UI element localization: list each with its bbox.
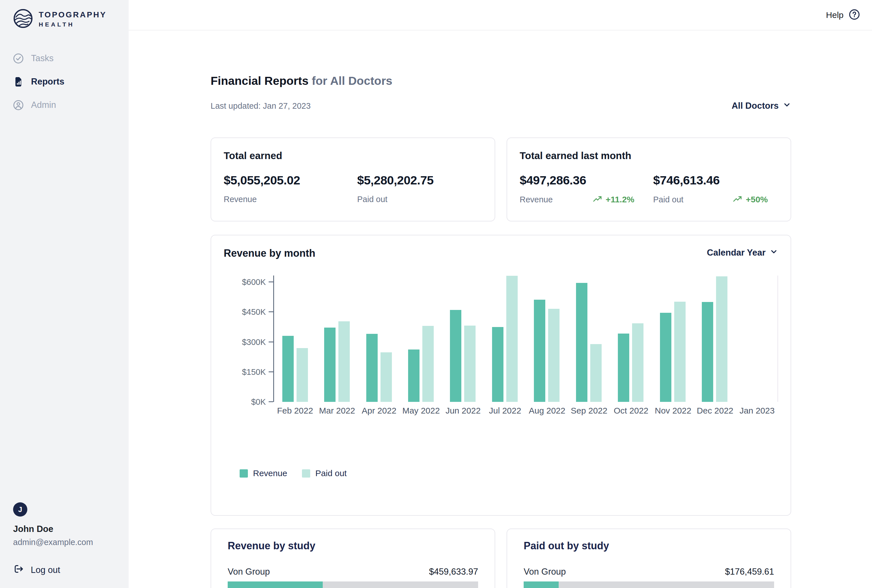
avatar: J (13, 502, 27, 517)
user-email: admin@example.com (13, 538, 129, 547)
revenue-by-study-card: Revenue by study Von Group$459,633.97 (211, 528, 495, 588)
page-title-main: Financial Reports (211, 74, 309, 87)
x-axis-labels: Feb 2022Mar 2022Apr 2022May 2022Jun 2022… (274, 406, 778, 416)
logout-label: Log out (31, 565, 60, 575)
last-month-paidout: $746,613.46 Paid out +50% (653, 173, 778, 204)
total-earned-last-month-title: Total earned last month (520, 150, 778, 161)
revenue-bar (408, 350, 420, 402)
y-axis-tick (269, 371, 273, 372)
revenue-label: Revenue (224, 195, 257, 204)
bar-group-dec-2022 (694, 276, 736, 402)
brand-subname: HEALTH (39, 21, 107, 28)
y-tick-label: $450K (242, 308, 266, 316)
period-filter-value: Calendar Year (707, 248, 766, 258)
y-tick-label: $150K (242, 368, 266, 376)
legend-label: Revenue (253, 468, 287, 478)
revenue-delta-badge: +11.2% (593, 195, 634, 204)
bar-group-apr-2022 (358, 276, 400, 402)
brand-name: TOPOGRAPHY (39, 10, 107, 20)
sidebar-item-label: Admin (31, 100, 56, 110)
study-progress-fill (228, 582, 323, 588)
doctor-filter-dropdown[interactable]: All Doctors (732, 100, 791, 111)
y-tick-label: $300K (242, 338, 266, 346)
study-name: Von Group (228, 567, 270, 577)
logout-button[interactable]: Log out (13, 564, 129, 577)
sidebar-item-reports[interactable]: Reports (13, 75, 129, 88)
logout-icon (13, 564, 24, 577)
revenue-bar (450, 310, 461, 402)
page-title: Financial Reports for All Doctors (211, 74, 791, 88)
bar-group-aug-2022 (526, 276, 568, 402)
paidout-bar (632, 323, 643, 402)
y-tick-label: $0K (251, 398, 266, 406)
paidout-bar (423, 326, 434, 402)
bar-group-may-2022 (400, 276, 442, 402)
x-tick-label: Dec 2022 (694, 406, 736, 416)
chevron-down-icon (770, 248, 778, 258)
top-bar: Help (129, 0, 872, 30)
last-month-revenue: $497,286.36 Revenue +11.2% (520, 173, 644, 204)
user-name: John Doe (13, 524, 129, 534)
paidout-by-study-title: Paid out by study (524, 540, 774, 552)
revenue-delta-value: +11.2% (605, 195, 634, 204)
study-row: Von Group$459,633.97 (228, 567, 478, 588)
study-value: $459,633.97 (429, 567, 478, 577)
main-area: Financial Reports for All Doctors Last u… (129, 31, 872, 588)
period-filter-dropdown[interactable]: Calendar Year (707, 248, 778, 258)
sidebar-nav: TasksReportsAdmin (13, 52, 129, 122)
x-tick-label: Jun 2022 (442, 406, 484, 416)
revenue-bar (282, 336, 294, 402)
check-circle-icon (13, 53, 24, 64)
bar-chart: $600K$450K$300K$150K$0K (224, 276, 778, 402)
paidout-bar (548, 309, 559, 402)
help-icon[interactable] (849, 9, 860, 21)
page-title-suffix: for All Doctors (312, 74, 392, 87)
paidout-bar (590, 344, 602, 402)
bar-group-jun-2022 (442, 276, 484, 402)
total-earned-last-month-card: Total earned last month $497,286.36 Reve… (506, 138, 791, 221)
sidebar-user-section: J John Doe admin@example.com Log out (13, 502, 129, 577)
x-tick-label: Aug 2022 (526, 406, 568, 416)
study-progress-track (228, 582, 478, 588)
trend-up-icon (593, 195, 602, 204)
sidebar: TOPOGRAPHY HEALTH TasksReportsAdmin J Jo… (0, 0, 129, 588)
x-tick-label: Jul 2022 (484, 406, 526, 416)
bar-group-nov-2022 (652, 276, 694, 402)
study-progress-fill (524, 582, 559, 588)
study-name: Von Group (524, 567, 566, 577)
total-earned-revenue: $5,055,205.02 Revenue (224, 173, 349, 204)
report-doc-icon (13, 76, 24, 87)
x-tick-label: May 2022 (400, 406, 442, 416)
revenue-bar (702, 302, 713, 402)
sidebar-item-label: Reports (31, 76, 64, 87)
total-earned-title: Total earned (224, 150, 482, 161)
sidebar-item-tasks[interactable]: Tasks (13, 52, 129, 65)
paidout-bar (381, 352, 392, 402)
y-axis-labels: $600K$450K$300K$150K$0K (224, 276, 273, 402)
topography-logo-icon (13, 9, 33, 30)
paidout-bar (716, 276, 727, 402)
revenue-bar (660, 313, 671, 402)
sidebar-item-label: Tasks (31, 53, 54, 63)
paidout-value: $746,613.46 (653, 173, 778, 187)
x-tick-label: Jan 2023 (736, 406, 778, 416)
x-tick-label: Nov 2022 (652, 406, 694, 416)
x-tick-label: Oct 2022 (610, 406, 652, 416)
paidout-delta-value: +50% (746, 195, 768, 204)
total-earned-card: Total earned $5,055,205.02 Revenue $5,28… (211, 138, 495, 221)
chart-title: Revenue by month (224, 248, 315, 259)
legend-item-paid-out: Paid out (302, 468, 347, 478)
paidout-bar (464, 326, 476, 402)
x-tick-label: Feb 2022 (274, 406, 316, 416)
paidout-delta-badge: +50% (733, 195, 768, 204)
plot-area (273, 276, 778, 402)
y-axis-tick (269, 282, 273, 282)
help-button[interactable]: Help (826, 10, 844, 20)
user-circle-icon (13, 100, 24, 110)
paidout-label: Paid out (357, 195, 387, 204)
revenue-by-month-card: Revenue by month Calendar Year $600K$450… (211, 235, 791, 516)
revenue-bar (618, 333, 629, 402)
paidout-value: $5,280,202.75 (357, 173, 482, 187)
last-updated: Last updated: Jan 27, 2023 (211, 101, 311, 111)
sidebar-item-admin[interactable]: Admin (13, 99, 129, 112)
